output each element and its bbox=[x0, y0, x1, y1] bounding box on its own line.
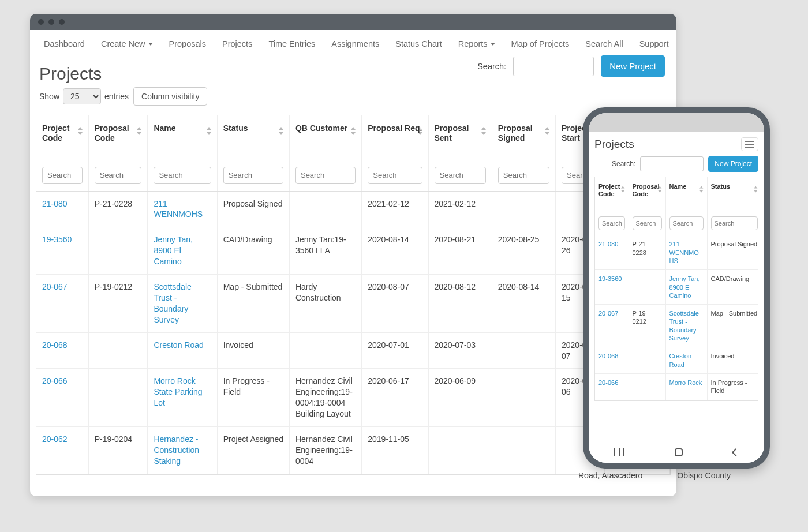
mobile-link-name[interactable]: 211 WENNMOHS bbox=[669, 241, 699, 264]
link-project_code[interactable]: 20-066 bbox=[42, 376, 68, 385]
link-name[interactable]: Scottsdale Trust - Boundary Survey bbox=[154, 282, 191, 324]
cell-name: Morro Rock State Parking Lot bbox=[148, 369, 217, 427]
mobile-col-header[interactable]: Project Code bbox=[595, 177, 629, 213]
search-input[interactable] bbox=[513, 57, 594, 76]
cell-proposal_code bbox=[88, 332, 148, 369]
col-filter-req[interactable] bbox=[368, 167, 422, 184]
col-label: Proposal Req. bbox=[368, 123, 422, 133]
mobile-col-header[interactable]: Status bbox=[707, 177, 758, 213]
col-header-status[interactable]: Status bbox=[217, 115, 289, 163]
col-header-name[interactable]: Name bbox=[148, 115, 217, 163]
mobile-link-code[interactable]: 20-067 bbox=[598, 310, 618, 317]
cell-project_code: 20-066 bbox=[36, 369, 88, 427]
link-name[interactable]: Morro Rock State Parking Lot bbox=[154, 376, 202, 407]
mobile-link-name[interactable]: Scottsdale Trust - Boundary Survey bbox=[669, 310, 699, 342]
browser-window: DashboardCreate NewProposalsProjectsTime… bbox=[30, 14, 676, 496]
nav-item-status-chart[interactable]: Status Chart bbox=[387, 30, 450, 58]
col-filter-qb[interactable] bbox=[295, 167, 356, 184]
mobile-col-header[interactable]: Name bbox=[665, 177, 707, 213]
mobile-col-label: Status bbox=[711, 183, 758, 190]
table-row: 21-080P-21-0228211 WENNMOHSProposal Sign… bbox=[36, 191, 670, 227]
nav-label: Time Entries bbox=[268, 39, 315, 48]
cell-req: 2021-02-12 bbox=[362, 191, 428, 227]
cell-signed bbox=[492, 369, 555, 427]
mobile-link-code[interactable]: 20-066 bbox=[598, 379, 618, 386]
col-header-proposal_code[interactable]: Proposal Code bbox=[88, 115, 148, 163]
nav-label: Create New bbox=[101, 39, 145, 48]
mobile-link-code[interactable]: 19-3560 bbox=[598, 275, 622, 282]
col-header-req[interactable]: Proposal Req. bbox=[362, 115, 428, 163]
cell-qb: Hernandez Civil Engineering:19-0004:19-0… bbox=[289, 369, 361, 427]
cell-sent: 2020-08-12 bbox=[428, 275, 492, 333]
mobile-col-filter[interactable] bbox=[711, 216, 758, 230]
sort-icon bbox=[545, 127, 551, 135]
link-name[interactable]: 211 WENNMOHS bbox=[154, 199, 203, 219]
mobile-cell-code: 20-066 bbox=[595, 373, 629, 400]
mobile-link-name[interactable]: Morro Rock bbox=[669, 379, 702, 386]
link-project_code[interactable]: 20-067 bbox=[42, 282, 68, 291]
show-entries: Show 25 entries bbox=[39, 88, 129, 104]
cell-proposal_code: P-19-0204 bbox=[88, 426, 148, 474]
nav-item-reports[interactable]: Reports bbox=[450, 30, 503, 58]
col-header-qb[interactable]: QB Customer bbox=[289, 115, 361, 163]
link-project_code[interactable]: 20-068 bbox=[42, 340, 68, 350]
new-project-button[interactable]: New Project bbox=[601, 55, 665, 77]
nav-item-proposals[interactable]: Proposals bbox=[161, 30, 214, 58]
cell-signed bbox=[492, 332, 555, 369]
mobile-search-input[interactable] bbox=[640, 156, 704, 171]
nav-item-assignments[interactable]: Assignments bbox=[323, 30, 387, 58]
nav-item-support[interactable]: Support bbox=[631, 30, 676, 58]
mobile-col-header[interactable]: Proposal Code bbox=[629, 177, 665, 213]
cell-status: Project Assigned bbox=[217, 426, 289, 474]
recent-apps-icon[interactable] bbox=[614, 448, 624, 456]
mobile-cell-code: 20-067 bbox=[595, 305, 629, 347]
col-filter-name[interactable] bbox=[154, 167, 211, 184]
col-header-sent[interactable]: Proposal Sent bbox=[428, 115, 492, 163]
cell-sent: 2020-08-21 bbox=[428, 227, 492, 275]
col-header-signed[interactable]: Proposal Signed bbox=[492, 115, 555, 163]
nav-item-time-entries[interactable]: Time Entries bbox=[260, 30, 323, 58]
link-project_code[interactable]: 20-062 bbox=[42, 434, 68, 444]
mobile-link-name[interactable]: Jenny Tan, 8900 El Camino bbox=[669, 275, 700, 299]
nav-item-dashboard[interactable]: Dashboard bbox=[36, 30, 93, 58]
col-header-project_code[interactable]: Project Code bbox=[36, 115, 88, 163]
nav-item-projects[interactable]: Projects bbox=[214, 30, 260, 58]
link-name[interactable]: Creston Road bbox=[154, 340, 203, 350]
nav-item-search-all[interactable]: Search All bbox=[577, 30, 631, 58]
link-project_code[interactable]: 19-3560 bbox=[42, 235, 72, 244]
hamburger-icon[interactable] bbox=[741, 137, 758, 151]
nav-item-map-of-projects[interactable]: Map of Projects bbox=[503, 30, 578, 58]
cell-proposal_code bbox=[88, 227, 148, 275]
cell-proposal_code bbox=[88, 369, 148, 427]
mobile-new-project-button[interactable]: New Project bbox=[708, 156, 758, 172]
mobile-col-filter[interactable] bbox=[669, 216, 704, 230]
cell-project_code: 20-067 bbox=[36, 275, 88, 333]
col-label: Project Code bbox=[42, 123, 83, 143]
mobile-col-filter[interactable] bbox=[633, 216, 662, 230]
col-label: Proposal Signed bbox=[498, 123, 549, 143]
mobile-link-code[interactable]: 21-080 bbox=[598, 241, 618, 248]
mobile-cell-code: 19-3560 bbox=[595, 270, 629, 305]
col-filter-signed[interactable] bbox=[498, 167, 549, 184]
link-project_code[interactable]: 21-080 bbox=[42, 199, 68, 208]
col-filter-status[interactable] bbox=[223, 167, 283, 184]
col-filter-proposal_code[interactable] bbox=[95, 167, 142, 184]
link-name[interactable]: Hernandez - Construction Staking bbox=[154, 434, 199, 466]
cell-signed: 2020-08-14 bbox=[492, 275, 555, 333]
mobile-link-code[interactable]: 20-068 bbox=[598, 353, 618, 359]
home-icon[interactable] bbox=[675, 448, 683, 456]
column-visibility-button[interactable]: Column visibility bbox=[133, 87, 207, 106]
col-filter-sent[interactable] bbox=[435, 167, 486, 184]
cell-status: Invoiced bbox=[217, 332, 289, 369]
link-name[interactable]: Jenny Tan, 8900 El Camino bbox=[154, 235, 192, 266]
window-dot bbox=[59, 19, 65, 25]
mobile-col-filter[interactable] bbox=[598, 216, 625, 230]
back-icon[interactable] bbox=[732, 448, 740, 456]
entries-select[interactable]: 25 bbox=[63, 88, 101, 104]
mobile-cell-prop bbox=[629, 347, 665, 374]
nav-item-create-new[interactable]: Create New bbox=[93, 30, 161, 58]
table-row: 20-066Morro Rock State Parking LotIn Pro… bbox=[36, 369, 670, 427]
cell-req: 2020-06-17 bbox=[362, 369, 428, 427]
mobile-link-name[interactable]: Creston Road bbox=[669, 353, 692, 368]
col-filter-project_code[interactable] bbox=[42, 167, 83, 184]
